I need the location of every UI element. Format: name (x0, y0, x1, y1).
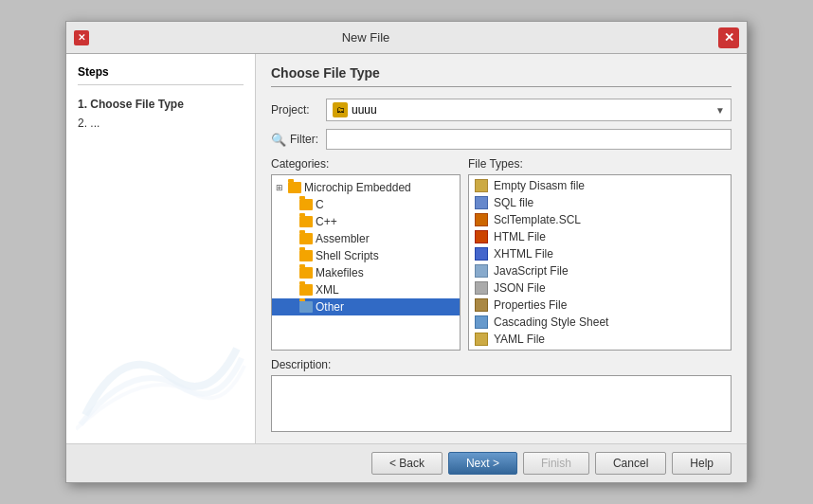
category-shell[interactable]: Shell Scripts (272, 247, 460, 264)
footer: < Back Next > Finish Cancel Help (66, 443, 747, 482)
filetype-icon-disasm (475, 179, 488, 192)
filetype-icon-yaml (475, 333, 488, 346)
main-panel: Choose File Type Project: 🗂 uuuu ▼ 🔍 Fil… (256, 54, 747, 443)
category-other-label: Other (316, 300, 344, 314)
steps-title: Steps (78, 65, 244, 85)
filetype-yaml[interactable]: YAML File (469, 331, 731, 348)
filetypes-list[interactable]: Empty Disasm file SQL file SclTemplate.S… (468, 174, 732, 351)
search-icon: 🔍 (271, 133, 286, 147)
filetype-js-label: JavaScript File (494, 264, 569, 278)
filetype-scl-label: SclTemplate.SCL (494, 213, 581, 226)
filetype-icon-html (475, 230, 488, 243)
close-button[interactable]: ✕ (718, 27, 739, 48)
filetype-html-label: HTML File (494, 230, 546, 243)
folder-icon-make (299, 267, 313, 279)
cancel-button[interactable]: Cancel (595, 452, 666, 475)
category-c-label: C (316, 198, 324, 211)
category-other[interactable]: Other (272, 298, 460, 315)
project-value: uuuu (352, 103, 377, 117)
filter-input[interactable] (326, 129, 732, 150)
steps-list: 1. Choose File Type 2. ... (78, 95, 244, 133)
filetype-sql-label: SQL file (494, 196, 533, 209)
dialog-title: New File (13, 30, 718, 45)
filetype-icon-xhtml (475, 247, 488, 261)
step-2-number: 2. (78, 117, 87, 130)
project-dropdown[interactable]: 🗂 uuuu ▼ (326, 99, 732, 121)
filetype-js[interactable]: JavaScript File (469, 262, 731, 279)
watermark-graphic (76, 320, 246, 434)
category-cpp-label: C++ (316, 215, 337, 228)
filetype-sql[interactable]: SQL file (469, 194, 731, 211)
step-2: 2. ... (78, 114, 244, 133)
filetype-properties[interactable]: Properties File (469, 297, 731, 314)
expand-icon: ⊞ (276, 183, 285, 192)
filetype-json[interactable]: JSON File (469, 279, 731, 297)
category-makefiles[interactable]: Makefiles (272, 264, 460, 281)
filetype-xhtml[interactable]: XHTML File (469, 245, 731, 262)
filetypes-title: File Types: (468, 157, 732, 171)
filetype-disasm[interactable]: Empty Disasm file (469, 177, 731, 194)
description-input[interactable] (271, 375, 732, 432)
filetype-icon-sql (475, 196, 488, 209)
category-xml[interactable]: XML (272, 281, 460, 298)
filetype-scl[interactable]: SclTemplate.SCL (469, 211, 731, 228)
step-1: 1. Choose File Type (78, 95, 244, 114)
folder-icon-shell (299, 250, 313, 261)
filetype-css[interactable]: Cascading Style Sheet (469, 314, 731, 331)
filetype-icon-css (475, 315, 488, 329)
categories-tree[interactable]: ⊞ Microchip Embedded C C++ (271, 174, 461, 351)
filetype-json-label: JSON File (494, 281, 546, 295)
dropdown-arrow-icon: ▼ (715, 105, 725, 116)
filetype-xhtml-label: XHTML File (494, 247, 553, 261)
folder-icon-other (299, 301, 313, 313)
step-1-label: Choose File Type (90, 98, 183, 111)
filter-label-container: 🔍 Filter: (271, 133, 318, 147)
description-section: Description: (271, 358, 732, 432)
title-bar: ✕ New File ✕ (66, 22, 747, 54)
finish-button[interactable]: Finish (523, 452, 589, 475)
description-label: Description: (271, 358, 732, 371)
category-assembler-label: Assembler (316, 232, 370, 245)
filetype-icon-scl (475, 213, 488, 226)
folder-icon-cpp (299, 216, 313, 227)
categories-column: Categories: ⊞ Microchip Embedded C (271, 157, 461, 351)
filetype-icon-json (475, 281, 488, 295)
project-select-inner: 🗂 uuuu (333, 102, 377, 117)
filetype-yaml-label: YAML File (494, 333, 545, 346)
project-row: Project: 🗂 uuuu ▼ (271, 99, 732, 121)
folder-icon-asm (299, 233, 313, 244)
folder-icon-xml (299, 284, 313, 296)
help-button[interactable]: Help (672, 452, 732, 475)
category-c[interactable]: C (272, 196, 460, 213)
filter-row: 🔍 Filter: (271, 129, 732, 150)
filetype-disasm-label: Empty Disasm file (494, 179, 585, 192)
back-button[interactable]: < Back (371, 452, 443, 475)
folder-icon-c (299, 199, 313, 210)
filetype-properties-label: Properties File (494, 298, 567, 312)
filetype-icon-properties (475, 298, 488, 312)
category-assembler[interactable]: Assembler (272, 230, 460, 247)
step-2-label: ... (90, 117, 99, 130)
filetypes-column: File Types: Empty Disasm file SQL file (468, 157, 732, 351)
dialog-body: Steps 1. Choose File Type 2. ... Choose (66, 54, 747, 443)
folder-icon (288, 182, 301, 193)
filetype-icon-js (475, 264, 488, 278)
project-label: Project: (271, 103, 318, 117)
category-makefiles-label: Makefiles (316, 266, 364, 279)
filetype-css-label: Cascading Style Sheet (494, 315, 608, 329)
category-microchip-label: Microchip Embedded (304, 181, 411, 194)
category-xml-label: XML (316, 283, 339, 297)
project-icon: 🗂 (333, 102, 348, 117)
filter-label-text: Filter: (290, 133, 318, 146)
step-1-number: 1. (78, 98, 87, 111)
category-shell-label: Shell Scripts (316, 249, 379, 262)
dialog-window: ✕ New File ✕ Steps 1. Choose File Type 2… (65, 21, 748, 483)
categories-title: Categories: (271, 157, 461, 171)
section-title: Choose File Type (271, 65, 732, 87)
category-cpp[interactable]: C++ (272, 213, 460, 230)
next-button[interactable]: Next > (448, 452, 517, 475)
steps-panel: Steps 1. Choose File Type 2. ... (66, 54, 256, 443)
filetype-html[interactable]: HTML File (469, 228, 731, 245)
category-microchip[interactable]: ⊞ Microchip Embedded (272, 179, 460, 196)
columns-row: Categories: ⊞ Microchip Embedded C (271, 157, 732, 351)
